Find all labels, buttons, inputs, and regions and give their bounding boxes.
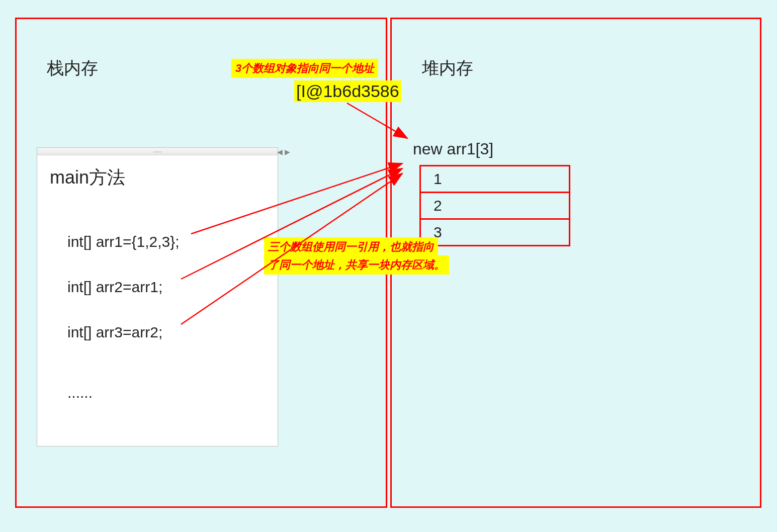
code-line-arr3: int[] arr3=arr2; [67,324,162,341]
heap-title: 堆内存 [422,57,473,80]
array-object: 1 2 3 [419,165,570,246]
stack-title: 栈内存 [47,57,98,80]
annotation-same-address: 3个数组对象指向同一个地址 [231,59,378,78]
memory-address-label: [I@1b6d3586 [294,80,401,102]
annotation-shared-ref-2: 了同一个地址，共享一块内存区域。 [264,255,449,275]
scroll-arrows-icon: ◀ ▶ [277,148,290,156]
array-cell-2: 3 [419,218,570,246]
new-array-label: new arr1[3] [413,140,493,158]
array-cell-1: 2 [419,192,570,220]
array-cell-0: 1 [419,165,570,193]
code-line-ellipsis: ...... [67,384,93,401]
main-method-label: main方法 [50,165,125,190]
main-method-window: ..... ◀ ▶ main方法 int[] arr1={1,2,3}; int… [37,147,278,447]
code-line-arr2: int[] arr2=arr1; [67,279,162,296]
annotation-shared-ref-1: 三个数组使用同一引用，也就指向 [264,237,438,256]
code-line-arr1: int[] arr1={1,2,3}; [67,233,180,250]
window-titlebar: ..... [37,148,278,155]
